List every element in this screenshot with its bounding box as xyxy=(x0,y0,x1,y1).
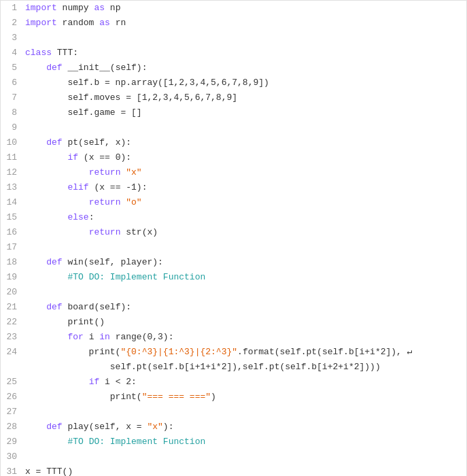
line-number: 20 xyxy=(1,285,25,300)
code-row: 29 #TO DO: Implement Function xyxy=(1,435,466,449)
code-row: 6 self.b = np.array([1,2,3,4,5,6,7,8,9]) xyxy=(1,75,466,90)
line-content xyxy=(25,449,466,464)
line-number: 22 xyxy=(1,315,25,330)
line-content: #TO DO: Implement Function xyxy=(25,270,466,285)
code-row: 18 def win(self, player): xyxy=(1,255,466,270)
line-number: 2 xyxy=(1,16,25,31)
code-row: 10 def pt(self, x): xyxy=(1,135,466,150)
code-row: 11 if (x == 0): xyxy=(1,150,466,165)
line-number: 1 xyxy=(1,1,25,16)
line-content xyxy=(25,240,466,255)
line-number: 27 xyxy=(1,405,25,420)
line-content: print("{0:^3}|{1:^3}|{2:^3}".format(self… xyxy=(25,345,466,360)
line-number: 15 xyxy=(1,210,25,225)
line-content: class TTT: xyxy=(25,46,466,61)
code-row: 27 xyxy=(1,405,466,420)
line-number: 6 xyxy=(1,75,25,90)
line-content: import random as rn xyxy=(25,16,466,31)
line-number: 16 xyxy=(1,225,25,240)
line-content: def board(self): xyxy=(25,300,466,315)
code-row: 25 if i < 2: xyxy=(1,375,466,390)
code-row: self.pt(self.b[i+1+i*2]),self.pt(self.b[… xyxy=(1,360,466,375)
code-row: 24 print("{0:^3}|{1:^3}|{2:^3}".format(s… xyxy=(1,345,466,360)
line-content: self.pt(self.b[i+1+i*2]),self.pt(self.b[… xyxy=(25,360,466,375)
line-number: 21 xyxy=(1,300,25,315)
code-row: 21 def board(self): xyxy=(1,300,466,315)
code-row: 31x = TTT() xyxy=(1,464,466,476)
code-row: 2import random as rn xyxy=(1,16,466,31)
line-number: 29 xyxy=(1,435,25,449)
line-content xyxy=(25,120,466,135)
line-number: 26 xyxy=(1,390,25,405)
code-row: 3 xyxy=(1,31,466,46)
line-number: 9 xyxy=(1,120,25,135)
line-content: def pt(self, x): xyxy=(25,135,466,150)
code-lines: 1import numpy as np2import random as rn3… xyxy=(1,1,466,476)
line-content: print() xyxy=(25,315,466,330)
code-row: 7 self.moves = [1,2,3,4,5,6,7,8,9] xyxy=(1,90,466,105)
code-row: 13 elif (x == -1): xyxy=(1,180,466,195)
line-content xyxy=(25,31,466,46)
line-number: 13 xyxy=(1,180,25,195)
line-number: 18 xyxy=(1,255,25,270)
line-content: x = TTT() xyxy=(25,464,466,476)
code-row: 26 print("=== === ===") xyxy=(1,390,466,405)
line-number: 30 xyxy=(1,449,25,464)
line-number: 3 xyxy=(1,31,25,46)
line-content: elif (x == -1): xyxy=(25,180,466,195)
line-content: def win(self, player): xyxy=(25,255,466,270)
code-row: 14 return "o" xyxy=(1,195,466,210)
line-content: self.b = np.array([1,2,3,4,5,6,7,8,9]) xyxy=(25,75,466,90)
line-number: 7 xyxy=(1,90,25,105)
line-number: 17 xyxy=(1,240,25,255)
line-content: def __init__(self): xyxy=(25,61,466,75)
line-number: 8 xyxy=(1,105,25,120)
line-content: return str(x) xyxy=(25,225,466,240)
code-row: 28 def play(self, x = "x"): xyxy=(1,420,466,435)
line-number: 19 xyxy=(1,270,25,285)
line-number: 24 xyxy=(1,345,25,360)
line-number: 23 xyxy=(1,330,25,345)
code-row: 5 def __init__(self): xyxy=(1,61,466,75)
line-number: 28 xyxy=(1,420,25,435)
code-row: 9 xyxy=(1,120,466,135)
line-number: 10 xyxy=(1,135,25,150)
line-number: 25 xyxy=(1,375,25,390)
line-content: if (x == 0): xyxy=(25,150,466,165)
code-row: 16 return str(x) xyxy=(1,225,466,240)
code-row: 23 for i in range(0,3): xyxy=(1,330,466,345)
code-row: 12 return "x" xyxy=(1,165,466,180)
code-row: 19 #TO DO: Implement Function xyxy=(1,270,466,285)
code-editor: 1import numpy as np2import random as rn3… xyxy=(0,0,467,476)
code-row: 30 xyxy=(1,449,466,464)
code-row: 20 xyxy=(1,285,466,300)
code-row: 8 self.game = [] xyxy=(1,105,466,120)
line-content: self.game = [] xyxy=(25,105,466,120)
code-row: 17 xyxy=(1,240,466,255)
line-number: 5 xyxy=(1,61,25,75)
line-content: return "x" xyxy=(25,165,466,180)
line-content xyxy=(25,405,466,420)
line-content: #TO DO: Implement Function xyxy=(25,435,466,449)
line-content: else: xyxy=(25,210,466,225)
line-number: 11 xyxy=(1,150,25,165)
code-row: 15 else: xyxy=(1,210,466,225)
code-row: 22 print() xyxy=(1,315,466,330)
line-content: import numpy as np xyxy=(25,1,466,16)
line-content: if i < 2: xyxy=(25,375,466,390)
line-content: for i in range(0,3): xyxy=(25,330,466,345)
line-content: print("=== === ===") xyxy=(25,390,466,405)
code-row: 4class TTT: xyxy=(1,46,466,61)
line-number: 31 xyxy=(1,464,25,476)
line-number: 4 xyxy=(1,46,25,61)
line-content: self.moves = [1,2,3,4,5,6,7,8,9] xyxy=(25,90,466,105)
code-row: 1import numpy as np xyxy=(1,1,466,16)
line-content: return "o" xyxy=(25,195,466,210)
line-content: def play(self, x = "x"): xyxy=(25,420,466,435)
line-number: 12 xyxy=(1,165,25,180)
line-number: 14 xyxy=(1,195,25,210)
line-content xyxy=(25,285,466,300)
